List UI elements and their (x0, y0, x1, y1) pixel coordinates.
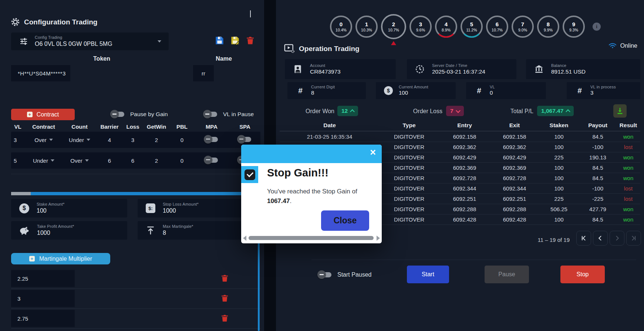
previous-page-button[interactable] (593, 231, 608, 246)
digit-pct: 9.0% (518, 28, 527, 32)
order-entry: 6092.251 (439, 196, 490, 202)
loss-input[interactable]: 3 (123, 137, 143, 143)
mpa-toggle[interactable] (205, 158, 218, 163)
scroll-left-arrow-icon[interactable] (243, 236, 246, 241)
pause-button[interactable]: Pause (485, 266, 529, 283)
start-paused-label: Start Paused (337, 271, 372, 278)
orders-table-header: Date Type Entry Exit Staken Payout Resul… (280, 122, 640, 131)
stop-button[interactable]: Stop (560, 266, 605, 283)
multiplier-input[interactable]: 2.25 (11, 270, 75, 287)
multiplier-input[interactable]: 2.75 (11, 310, 75, 327)
digit-circle-2-selected[interactable]: 210.7% (381, 14, 406, 39)
start-paused-toggle[interactable] (319, 272, 331, 277)
stake-amount-field[interactable]: $ Stake Amount*100 (11, 199, 127, 217)
chevron-up-icon (566, 109, 570, 114)
modal-message-suffix: . (290, 197, 291, 205)
modal-horizontal-scrollbar[interactable] (249, 236, 374, 240)
current-digit-value: 8 (311, 89, 314, 96)
token-input[interactable]: *H**U*S04M*****3 (11, 65, 70, 81)
next-page-button[interactable] (610, 231, 624, 246)
loss-input[interactable]: 6 (123, 158, 143, 164)
order-result: won (616, 165, 640, 171)
order-payout: -100 (579, 144, 616, 150)
online-status-label: Online (620, 43, 637, 49)
digit-circle-5-max[interactable]: 511.2% (461, 16, 483, 38)
collapse-panel-button[interactable] (250, 10, 251, 17)
contract-type-select[interactable]: Under (33, 158, 54, 164)
pbl-input[interactable]: 0 (170, 158, 194, 164)
order-result: won (616, 134, 640, 140)
save-config-button[interactable] (215, 36, 225, 45)
contract-type-select[interactable]: Over (34, 137, 53, 143)
scroll-right-arrow-icon[interactable] (377, 236, 380, 241)
getwin-input[interactable]: 2 (143, 158, 170, 164)
digit-value: 0 (340, 21, 343, 27)
configuration-panel: Configuration Trading Config Trading O6 … (0, 0, 264, 331)
contract-type-value: Over (34, 137, 47, 143)
digit-circle-7[interactable]: 79.0% (512, 16, 534, 38)
close-icon[interactable]: × (370, 148, 376, 158)
add-martingale-multiplier-button[interactable]: + Martingale Multiplier (11, 253, 110, 264)
digit-circle-4-min[interactable]: 48.9% (435, 16, 457, 38)
order-payout: -225 (579, 196, 616, 202)
current-amount-card: $ Current Amount100 (376, 82, 456, 99)
order-loss-badge[interactable]: 7 (446, 106, 464, 116)
max-martingale-field[interactable]: Max Martingale*8 (138, 221, 254, 240)
order-won-badge[interactable]: 12 (337, 106, 358, 116)
order-won-value: 12 (341, 108, 348, 114)
start-button[interactable]: Start (407, 266, 449, 283)
col-loss: Loss (123, 124, 143, 130)
pause-by-gain-toggle[interactable] (112, 112, 124, 117)
info-icon[interactable]: i (593, 23, 601, 31)
take-profit-field[interactable]: Take Profit Amount*1000 (11, 221, 127, 240)
vl-in-pause-toggle[interactable] (205, 112, 217, 117)
order-exit: 6092.251 (490, 196, 539, 202)
config-trading-select[interactable]: Config Trading O6 0VL 0LS 0GW 0PBL 5MG (11, 33, 169, 50)
count-type-select[interactable]: Over (70, 158, 89, 164)
count-type-select[interactable]: Under (69, 137, 90, 143)
vl-in-process-label: VL in process (590, 85, 616, 89)
modal-close-button[interactable]: Close (321, 210, 369, 231)
delete-multiplier-button[interactable] (220, 274, 229, 283)
add-contract-button[interactable]: + Contract (11, 109, 75, 120)
multiplier-input[interactable]: 3 (11, 290, 75, 307)
col-payout: Payout (579, 122, 616, 129)
first-page-button[interactable] (576, 231, 591, 246)
delete-multiplier-button[interactable] (220, 294, 229, 303)
last-page-button[interactable] (626, 231, 641, 246)
digit-circle-9[interactable]: 99.3% (563, 16, 585, 38)
order-staken: 100 (539, 165, 579, 171)
mpa-toggle[interactable] (205, 137, 218, 142)
delete-config-button[interactable] (246, 36, 255, 45)
barrier-input[interactable]: 6 (96, 158, 123, 164)
digit-circle-8[interactable]: 89.9% (537, 16, 559, 38)
checkbox-checked[interactable] (245, 169, 255, 180)
current-digit-marker-icon (391, 41, 396, 45)
order-payout: 84.5 (579, 134, 616, 140)
pbl-input[interactable]: 0 (170, 137, 194, 143)
stop-loss-field[interactable]: $: Stop Loss Amount*1000 (138, 199, 254, 217)
digit-circle-6[interactable]: 610.7% (486, 16, 508, 38)
scrollbar-thumb[interactable] (11, 192, 31, 195)
hash-icon: # (296, 86, 305, 95)
digit-circle-3[interactable]: 39.6% (409, 16, 432, 38)
name-input[interactable]: rr (193, 65, 214, 81)
getwin-input[interactable]: 2 (143, 137, 170, 143)
digit-circle-0[interactable]: 010.4% (330, 16, 352, 38)
spa-toggle[interactable] (239, 137, 251, 142)
count-type-value: Over (70, 158, 82, 164)
server-time-label: Server Date / Time (432, 63, 485, 68)
barrier-input[interactable]: 4 (96, 137, 123, 143)
order-entry: 6092.158 (439, 134, 490, 140)
edit-config-button[interactable] (230, 36, 240, 45)
vl-value: 0 (490, 89, 493, 96)
horizontal-scrollbar[interactable] (11, 192, 260, 195)
order-result: lost (616, 185, 640, 192)
total-pl-badge[interactable]: 1,067.47 (537, 106, 574, 116)
bank-icon (534, 64, 544, 74)
delete-multiplier-button[interactable] (220, 314, 229, 323)
stake-amount-label: Stake Amount* (37, 202, 64, 207)
digit-circle-1[interactable]: 110.3% (355, 16, 378, 38)
max-martingale-value: 8 (163, 230, 166, 236)
download-report-button[interactable] (613, 104, 627, 118)
